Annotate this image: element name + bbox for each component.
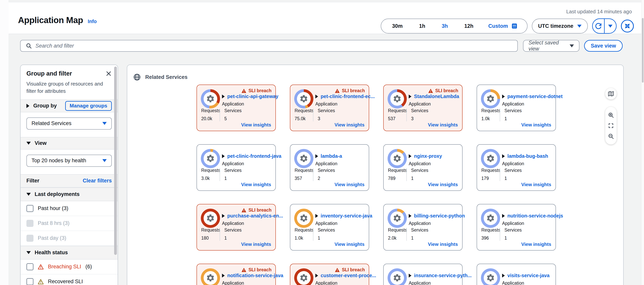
view-insights-link[interactable]: View insights bbox=[334, 182, 364, 187]
service-card[interactable]: SLI breach StandaloneLambda Application … bbox=[383, 84, 462, 131]
expander-triangle-icon[interactable] bbox=[222, 94, 225, 98]
service-name-link[interactable]: payment-service-dotnet bbox=[507, 94, 562, 99]
refresh-options-button[interactable] bbox=[604, 19, 616, 33]
window-scrollbar-thumb[interactable] bbox=[642, 18, 644, 82]
timezone-select[interactable]: UTC timezone bbox=[532, 18, 588, 34]
service-name-link[interactable]: lambda-bug-bash bbox=[507, 153, 548, 159]
service-card[interactable]: SLI breach customer-event-proce... Appli… bbox=[290, 264, 369, 285]
view-insights-link[interactable]: View insights bbox=[521, 242, 551, 247]
time-range-button[interactable]: 1h bbox=[411, 23, 434, 29]
health-status-section-header[interactable]: Health status bbox=[20, 246, 118, 260]
expander-triangle-icon[interactable] bbox=[502, 154, 505, 158]
group-by-select[interactable]: Related Services bbox=[26, 118, 112, 130]
expander-triangle-icon[interactable] bbox=[409, 94, 412, 98]
expander-triangle-icon[interactable] bbox=[315, 154, 318, 158]
service-name-link[interactable]: nginx-proxy bbox=[414, 153, 442, 159]
service-name-row[interactable]: payment-service-dotnet bbox=[502, 94, 562, 99]
service-card[interactable]: SLI breach purchase-analytics-en... Appl… bbox=[196, 204, 276, 250]
expander-triangle-icon[interactable] bbox=[409, 154, 412, 158]
time-range-button[interactable]: 30m bbox=[384, 23, 411, 29]
view-section-header[interactable]: View bbox=[20, 137, 118, 150]
sidebar-scrollbar[interactable] bbox=[114, 66, 117, 255]
custom-range-button[interactable]: Custom bbox=[482, 23, 524, 29]
service-name-row[interactable]: notification-service-java bbox=[222, 273, 283, 278]
service-name-row[interactable]: billing-service-python bbox=[409, 213, 465, 219]
service-name-link[interactable]: pet-clinic-api-gateway bbox=[227, 94, 278, 99]
service-card[interactable]: SLI breach billing-service-python Applic… bbox=[383, 204, 462, 250]
service-name-row[interactable]: pet-clinic-frontend-java bbox=[222, 153, 281, 159]
last-deployments-section-header[interactable]: Last deployments bbox=[20, 188, 118, 201]
search-input[interactable]: Search and filter bbox=[20, 40, 518, 52]
checkbox[interactable] bbox=[26, 278, 34, 285]
service-name-row[interactable]: purchase-analytics-en... bbox=[222, 213, 283, 219]
service-card[interactable]: SLI breach pet-clinic-api-gateway Applic… bbox=[196, 84, 276, 131]
service-card[interactable]: SLI breach nutrition-service-nodejs Appl… bbox=[477, 204, 556, 250]
service-name-row[interactable]: nginx-proxy bbox=[409, 153, 442, 159]
checkbox[interactable] bbox=[26, 235, 34, 242]
expander-triangle-icon[interactable] bbox=[222, 214, 225, 218]
service-name-link[interactable]: inventory-service-java bbox=[321, 213, 372, 219]
expander-triangle-icon[interactable] bbox=[315, 274, 318, 278]
view-insights-link[interactable]: View insights bbox=[241, 182, 271, 187]
expander-triangle-icon[interactable] bbox=[222, 274, 225, 278]
expander-triangle-icon[interactable] bbox=[315, 214, 318, 218]
select-saved-view-dropdown[interactable]: Select saved view bbox=[523, 40, 580, 52]
service-name-row[interactable]: visits-service-java bbox=[502, 273, 550, 278]
view-insights-link[interactable]: View insights bbox=[334, 242, 364, 247]
view-insights-link[interactable]: View insights bbox=[241, 242, 271, 247]
service-card[interactable]: SLI breach lambda-bug-bash Application R… bbox=[477, 144, 556, 191]
service-name-row[interactable]: nutrition-service-nodejs bbox=[502, 213, 563, 219]
expander-triangle-icon[interactable] bbox=[502, 94, 505, 98]
service-name-link[interactable]: visits-service-java bbox=[507, 273, 550, 278]
service-name-row[interactable]: pet-clinic-frontend-ec... bbox=[315, 94, 375, 99]
service-card[interactable]: SLI breach visits-service-java Applicati… bbox=[477, 264, 556, 285]
service-name-link[interactable]: insurance-service-pyth... bbox=[414, 273, 472, 278]
manage-groups-button[interactable]: Manage groups bbox=[65, 101, 112, 111]
service-name-link[interactable]: notification-service-java bbox=[227, 273, 283, 278]
service-name-link[interactable]: billing-service-python bbox=[414, 213, 465, 219]
service-card[interactable]: SLI breach pet-clinic-frontend-java Appl… bbox=[196, 144, 276, 191]
service-name-link[interactable]: lambda-a bbox=[321, 153, 342, 159]
time-range-button[interactable]: 12h bbox=[456, 23, 482, 29]
view-select[interactable]: Top 20 nodes by health bbox=[26, 155, 112, 167]
map-legend-button[interactable] bbox=[605, 88, 616, 100]
view-insights-link[interactable]: View insights bbox=[428, 182, 458, 187]
service-card[interactable]: SLI breach notification-service-java App… bbox=[196, 264, 276, 285]
service-card[interactable]: SLI breach inventory-service-java Applic… bbox=[290, 204, 369, 250]
service-name-row[interactable]: StandaloneLambda bbox=[409, 94, 459, 99]
expander-triangle-icon[interactable] bbox=[409, 214, 412, 218]
service-name-link[interactable]: pet-clinic-frontend-java bbox=[227, 153, 281, 159]
window-scrollbar[interactable] bbox=[641, 0, 644, 285]
service-card[interactable]: SLI breach nginx-proxy Application Reque… bbox=[383, 144, 462, 191]
zoom-in-button[interactable] bbox=[608, 112, 614, 118]
service-card[interactable]: SLI breach insurance-service-pyth... App… bbox=[383, 264, 462, 285]
application-map-canvas[interactable]: Related Services SLI breach pet-clinic-a… bbox=[127, 64, 624, 285]
fit-to-screen-button[interactable] bbox=[608, 123, 614, 128]
view-insights-link[interactable]: View insights bbox=[428, 122, 458, 128]
expander-triangle-icon[interactable] bbox=[502, 274, 505, 278]
time-range-button[interactable]: 3h bbox=[434, 23, 456, 29]
service-name-link[interactable]: StandaloneLambda bbox=[414, 94, 459, 99]
service-name-row[interactable]: inventory-service-java bbox=[315, 213, 372, 219]
group-by-section-header[interactable]: Group by Manage groups bbox=[20, 100, 118, 112]
auto-layout-button[interactable] bbox=[621, 20, 634, 32]
service-name-link[interactable]: purchase-analytics-en... bbox=[227, 213, 283, 219]
service-card[interactable]: SLI breach payment-service-dotnet Applic… bbox=[477, 84, 556, 131]
close-icon[interactable] bbox=[106, 70, 112, 77]
refresh-button[interactable] bbox=[593, 19, 604, 33]
view-insights-link[interactable]: View insights bbox=[334, 122, 364, 128]
service-name-row[interactable]: lambda-bug-bash bbox=[502, 153, 548, 159]
checkbox[interactable] bbox=[26, 220, 34, 227]
service-name-link[interactable]: pet-clinic-frontend-ec... bbox=[321, 94, 375, 99]
zoom-out-button[interactable] bbox=[608, 133, 614, 139]
checkbox[interactable] bbox=[26, 205, 34, 212]
clear-filters-link[interactable]: Clear filters bbox=[82, 178, 112, 184]
expander-triangle-icon[interactable] bbox=[315, 94, 318, 98]
service-name-row[interactable]: pet-clinic-api-gateway bbox=[222, 94, 278, 99]
service-name-row[interactable]: customer-event-proce... bbox=[315, 273, 376, 278]
expander-triangle-icon[interactable] bbox=[502, 214, 505, 218]
view-insights-link[interactable]: View insights bbox=[241, 122, 271, 128]
expander-triangle-icon[interactable] bbox=[409, 274, 412, 278]
view-insights-link[interactable]: View insights bbox=[521, 182, 551, 187]
checkbox[interactable] bbox=[26, 263, 34, 270]
